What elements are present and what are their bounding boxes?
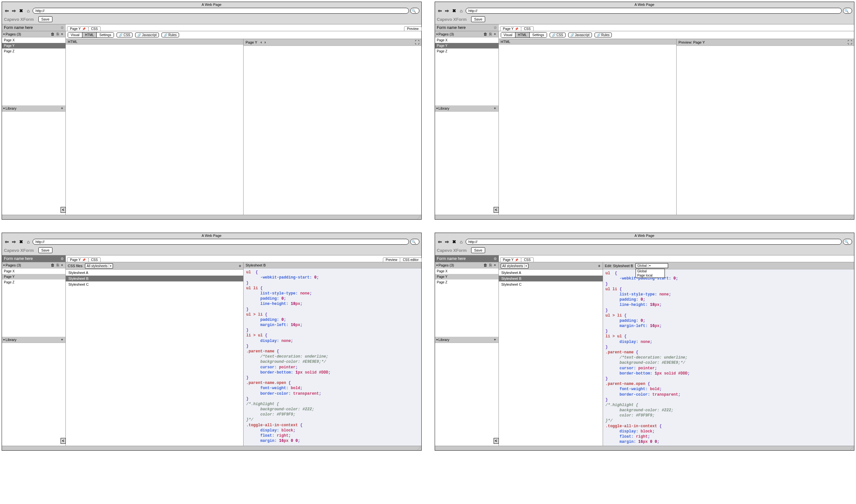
url-bar[interactable]: http:// <box>466 8 842 14</box>
page-item-x[interactable]: Page X <box>435 37 499 43</box>
url-bar[interactable]: http:// <box>33 239 409 245</box>
gear-icon[interactable]: ⚙ <box>494 257 497 261</box>
stylesheet-b[interactable]: Stylesheet B <box>499 275 603 282</box>
add-icon[interactable]: + <box>60 263 64 268</box>
stylesheet-filter[interactable]: All stylesheets▾ <box>501 264 529 268</box>
tab-page-y[interactable]: Page Y📌 <box>500 26 522 31</box>
prev-page-icon[interactable]: ‹ <box>261 40 262 44</box>
add-icon[interactable]: + <box>60 337 64 342</box>
html-mode[interactable]: HTML <box>516 33 530 37</box>
rules-link[interactable]: 🔗Rules <box>595 33 612 37</box>
tab-page-y[interactable]: Page Y📌 <box>67 26 89 31</box>
forward-icon[interactable]: ⇨ <box>444 8 450 14</box>
forward-icon[interactable]: ⇨ <box>11 239 17 245</box>
search-button[interactable]: 🔍 <box>843 8 852 14</box>
scope-option-page-local[interactable]: Page local <box>636 273 665 277</box>
pin-icon[interactable]: 📌 <box>82 27 86 31</box>
stop-icon[interactable]: ✖ <box>451 239 457 245</box>
settings-mode[interactable]: Settings <box>97 33 113 37</box>
visual-mode[interactable]: Visual <box>501 33 516 37</box>
expand-icon[interactable]: ⛶ <box>848 40 852 45</box>
rules-link[interactable]: 🔗Rules <box>161 33 179 37</box>
tab-page-y[interactable]: Page Y📌 <box>67 257 89 262</box>
pages-header[interactable]: ▾Pages (3) 🗑 ⎘ + <box>435 262 499 268</box>
collapse-sidebar[interactable]: < <box>494 438 499 444</box>
back-icon[interactable]: ⇦ <box>437 8 443 14</box>
save-button[interactable]: Save <box>38 247 52 253</box>
collapse-sidebar[interactable]: < <box>60 438 66 444</box>
home-icon[interactable]: ⌂ <box>458 8 464 14</box>
pages-header[interactable]: ▾Pages (3) 🗑 ⎘ + <box>435 31 499 37</box>
form-name-bar[interactable]: Form name here ⚙ <box>2 255 66 262</box>
visual-mode[interactable]: Visual <box>68 33 82 37</box>
home-icon[interactable]: ⌂ <box>458 239 464 245</box>
page-item-x[interactable]: Page X <box>2 37 66 43</box>
add-icon[interactable]: + <box>60 106 64 111</box>
copy-icon[interactable]: ⎘ <box>56 263 60 268</box>
resize-handle[interactable]: ⋰ <box>417 215 421 219</box>
stop-icon[interactable]: ✖ <box>18 239 24 245</box>
delete-icon[interactable]: 🗑 <box>50 32 56 36</box>
resize-handle[interactable]: ⋰ <box>417 446 421 450</box>
delete-icon[interactable]: 🗑 <box>483 263 488 268</box>
page-item-y[interactable]: Page Y <box>435 274 499 280</box>
stylesheet-filter[interactable]: All stylesheets▾ <box>85 264 113 268</box>
stylesheet-c[interactable]: Stylesheet C <box>499 282 603 287</box>
add-icon[interactable]: + <box>493 32 497 36</box>
page-item-y[interactable]: Page Y <box>2 274 66 280</box>
page-item-z[interactable]: Page Z <box>435 280 499 285</box>
add-icon[interactable]: + <box>493 337 497 342</box>
back-icon[interactable]: ⇦ <box>4 8 10 14</box>
url-bar[interactable]: http:// <box>466 239 842 245</box>
tab-page-y[interactable]: Page Y📌 <box>500 257 522 262</box>
stylesheet-c[interactable]: Stylesheet C <box>66 282 243 287</box>
form-name-bar[interactable]: Form name here ⚙ <box>435 24 499 31</box>
copy-icon[interactable]: ⎘ <box>488 263 493 268</box>
page-item-y[interactable]: Page Y <box>435 43 499 49</box>
delete-icon[interactable]: 🗑 <box>50 263 56 268</box>
tab-css[interactable]: CSS <box>521 26 534 31</box>
tab-css[interactable]: CSS <box>88 257 101 262</box>
page-item-x[interactable]: Page X <box>2 268 66 274</box>
library-header[interactable]: ▾Library + <box>2 337 66 343</box>
copy-icon[interactable]: ⎘ <box>56 32 60 36</box>
scope-option-global[interactable]: Global <box>636 269 665 273</box>
stylesheet-a[interactable]: Stylesheet A <box>499 270 603 275</box>
library-header[interactable]: ▾ Library + <box>2 105 66 112</box>
page-item-z[interactable]: Page Z <box>435 49 499 54</box>
page-item-y[interactable]: Page Y <box>2 43 66 49</box>
html-editor-body[interactable] <box>66 44 243 215</box>
html-mode[interactable]: HTML <box>82 33 97 37</box>
library-header[interactable]: ▾Library + <box>435 337 499 343</box>
add-stylesheet-icon[interactable]: + <box>598 263 600 268</box>
gear-icon[interactable]: ⚙ <box>494 26 497 30</box>
collapse-sidebar[interactable]: < <box>494 207 499 213</box>
collapse-sidebar[interactable]: < <box>60 207 66 213</box>
back-icon[interactable]: ⇦ <box>4 239 10 245</box>
css-link[interactable]: 🔗CSS <box>117 33 133 37</box>
home-icon[interactable]: ⌂ <box>25 239 31 245</box>
url-bar[interactable]: http:// <box>33 8 409 14</box>
css-code-editor[interactable]: ul { -webkit-padding-start: 0; } ul li {… <box>603 269 854 446</box>
form-name-bar[interactable]: Form name here ⚙ <box>2 24 66 31</box>
save-button[interactable]: Save <box>38 16 52 22</box>
tab-css[interactable]: CSS <box>88 26 101 31</box>
page-item-z[interactable]: Page Z <box>2 280 66 285</box>
delete-icon[interactable]: 🗑 <box>483 32 488 36</box>
search-button[interactable]: 🔍 <box>410 8 419 14</box>
scope-dropdown[interactable]: Global▾ Global Page local <box>635 263 668 268</box>
expand-icon[interactable]: ⛶ <box>415 40 419 45</box>
tab-css[interactable]: CSS <box>521 257 534 262</box>
resize-handle[interactable]: ⋰ <box>850 446 853 450</box>
home-icon[interactable]: ⌂ <box>25 8 31 14</box>
copy-icon[interactable]: ⎘ <box>488 32 493 36</box>
search-button[interactable]: 🔍 <box>410 239 419 245</box>
pin-icon[interactable]: 📌 <box>515 27 518 31</box>
library-header[interactable]: ▾Library + <box>435 105 499 112</box>
add-icon[interactable]: + <box>493 106 497 111</box>
search-button[interactable]: 🔍 <box>843 239 852 245</box>
gear-icon[interactable]: ⚙ <box>60 257 64 261</box>
add-icon[interactable]: + <box>60 32 64 36</box>
add-stylesheet-icon[interactable]: + <box>239 263 241 268</box>
back-icon[interactable]: ⇦ <box>437 239 443 245</box>
